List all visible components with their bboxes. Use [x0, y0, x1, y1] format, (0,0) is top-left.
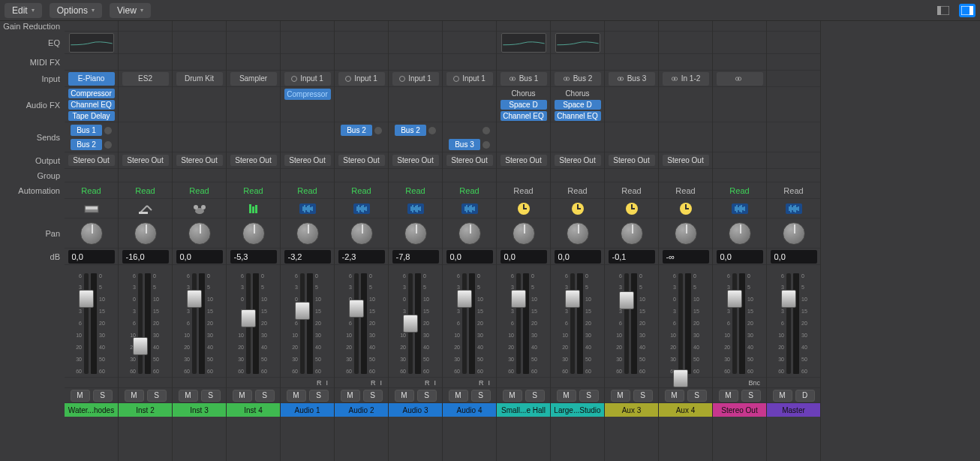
pan-knob[interactable]: [458, 222, 481, 245]
record-enable-indicator[interactable]: R: [425, 379, 430, 387]
pan-knob[interactable]: [404, 222, 427, 245]
output-slot[interactable]: Stereo Out: [176, 155, 223, 166]
automation-cell[interactable]: Read: [551, 182, 604, 199]
midifx-cell[interactable]: [605, 54, 658, 71]
channel-icon-cell[interactable]: [119, 199, 172, 218]
record-enable-indicator[interactable]: R: [371, 379, 376, 387]
db-readout[interactable]: -0,1: [609, 250, 655, 264]
midifx-cell[interactable]: [713, 54, 766, 71]
output-cell[interactable]: Stereo Out: [173, 152, 226, 169]
pan-knob[interactable]: [242, 222, 265, 245]
group-cell[interactable]: [65, 169, 118, 182]
midifx-cell[interactable]: [119, 54, 172, 71]
eq-cell[interactable]: [227, 32, 280, 54]
fader-cap[interactable]: [727, 290, 742, 308]
group-cell[interactable]: [119, 169, 172, 182]
record-enable-indicator[interactable]: R: [317, 379, 322, 387]
eq-thumbnail[interactable]: [69, 33, 114, 53]
automation-cell[interactable]: Read: [767, 182, 820, 199]
channel-icon-cell[interactable]: [659, 199, 712, 218]
group-cell[interactable]: [443, 169, 496, 182]
channel-icon-cell[interactable]: [227, 199, 280, 218]
eq-cell[interactable]: [281, 32, 334, 54]
channel-icon-cell[interactable]: [767, 199, 820, 218]
input-monitor-indicator[interactable]: I: [380, 379, 382, 387]
fader-track[interactable]: [786, 273, 791, 374]
input-slot[interactable]: E-Piano: [68, 72, 115, 86]
output-cell[interactable]: Stereo Out: [497, 152, 550, 169]
input-slot[interactable]: Input 1: [392, 72, 439, 86]
output-cell[interactable]: Stereo Out: [335, 152, 388, 169]
channel-name[interactable]: Inst 2: [119, 403, 172, 417]
pan-knob[interactable]: [621, 222, 643, 245]
mute-button[interactable]: M: [611, 390, 630, 402]
midifx-cell[interactable]: [497, 54, 550, 71]
fader-track[interactable]: [462, 273, 467, 374]
solo-button[interactable]: S: [363, 390, 383, 402]
mute-button[interactable]: M: [395, 390, 414, 402]
solo-button[interactable]: S: [525, 390, 545, 402]
solo-button[interactable]: S: [633, 390, 653, 402]
channel-name[interactable]: Audio 1: [281, 403, 334, 417]
view-menu[interactable]: View▾: [110, 3, 151, 18]
fader-cap[interactable]: [133, 337, 148, 355]
eq-cell[interactable]: [443, 32, 496, 54]
group-cell[interactable]: [713, 169, 766, 182]
group-cell[interactable]: [335, 169, 388, 182]
db-readout[interactable]: -3,2: [284, 250, 331, 264]
output-slot[interactable]: Stereo Out: [609, 155, 655, 166]
solo-button[interactable]: S: [93, 390, 113, 402]
midifx-cell[interactable]: [659, 54, 712, 71]
input-slot[interactable]: ES2: [122, 72, 169, 86]
output-slot[interactable]: Stereo Out: [338, 155, 385, 166]
automation-cell[interactable]: Read: [227, 182, 280, 199]
mute-button[interactable]: M: [665, 390, 684, 402]
mute-button[interactable]: M: [719, 390, 738, 402]
channel-icon-cell[interactable]: [605, 199, 658, 218]
pan-knob[interactable]: [350, 222, 373, 245]
group-cell[interactable]: [605, 169, 658, 182]
fader-cap[interactable]: [79, 290, 94, 308]
solo-button[interactable]: S: [471, 390, 491, 402]
output-slot[interactable]: Stereo Out: [446, 155, 493, 166]
automation-cell[interactable]: Read: [443, 182, 496, 199]
audiofx-slot[interactable]: Channel EQ: [555, 111, 601, 121]
panel-toggle-left-icon[interactable]: [935, 4, 951, 17]
automation-cell[interactable]: Read: [173, 182, 226, 199]
automation-cell[interactable]: Read: [335, 182, 388, 199]
eq-cell[interactable]: [173, 32, 226, 54]
output-slot[interactable]: Stereo Out: [230, 155, 277, 166]
fader-cap[interactable]: [187, 290, 202, 308]
fader-cap[interactable]: [403, 315, 418, 333]
fader-cap[interactable]: [781, 290, 796, 308]
output-cell[interactable]: Stereo Out: [389, 152, 442, 169]
output-slot[interactable]: Stereo Out: [501, 155, 547, 166]
input-slot[interactable]: Bus 2: [555, 72, 601, 86]
mute-button[interactable]: M: [503, 390, 522, 402]
channel-icon-cell[interactable]: [335, 199, 388, 218]
eq-cell[interactable]: [497, 32, 550, 54]
input-slot[interactable]: In 1-2: [663, 72, 709, 86]
send-slot[interactable]: Bus 3: [449, 139, 480, 150]
output-cell[interactable]: [767, 152, 820, 169]
mute-button[interactable]: M: [557, 390, 576, 402]
eq-cell[interactable]: [335, 32, 388, 54]
fader-track[interactable]: [678, 273, 683, 374]
audiofx-slot[interactable]: Chorus: [555, 89, 601, 98]
group-cell[interactable]: [767, 169, 820, 182]
input-slot[interactable]: Bus 1: [501, 72, 547, 86]
db-readout[interactable]: 0,0: [446, 250, 493, 264]
output-cell[interactable]: Stereo Out: [551, 152, 604, 169]
output-slot[interactable]: Stereo Out: [555, 155, 601, 166]
channel-name[interactable]: Aux 4: [659, 403, 712, 417]
output-cell[interactable]: Stereo Out: [227, 152, 280, 169]
fader-cap[interactable]: [565, 290, 580, 308]
input-slot[interactable]: Input 1: [338, 72, 385, 86]
db-readout[interactable]: 0,0: [501, 250, 547, 264]
group-cell[interactable]: [227, 169, 280, 182]
channel-name[interactable]: Inst 3: [173, 403, 226, 417]
db-readout[interactable]: 0,0: [717, 250, 763, 264]
output-cell[interactable]: Stereo Out: [119, 152, 172, 169]
audiofx-slot[interactable]: Tape Delay: [68, 111, 115, 121]
midifx-cell[interactable]: [281, 54, 334, 71]
